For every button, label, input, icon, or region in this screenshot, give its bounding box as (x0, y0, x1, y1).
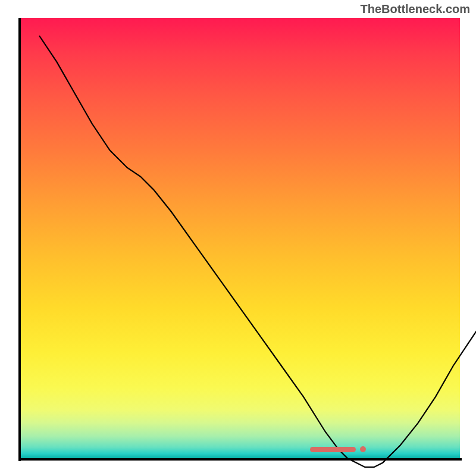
bottleneck-curve (39, 36, 476, 476)
chart-container: TheBottleneck.com (0, 0, 476, 476)
plot-area (20, 18, 460, 458)
watermark-text: TheBottleneck.com (361, 2, 470, 16)
x-axis (18, 458, 462, 461)
optimum-marker-bar (310, 447, 356, 452)
y-axis (18, 18, 21, 461)
